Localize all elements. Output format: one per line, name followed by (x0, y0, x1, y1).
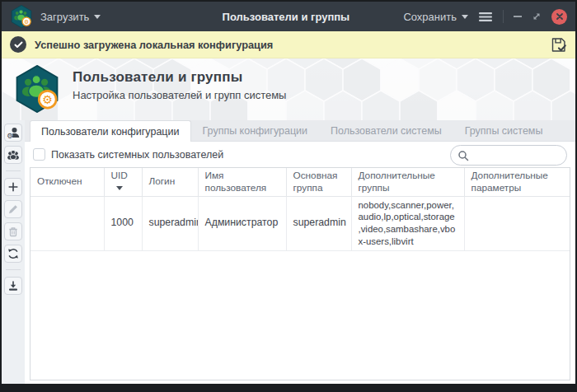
add-user-button[interactable] (4, 178, 22, 196)
refresh-button[interactable] (4, 245, 22, 263)
users-panel: Показать системных пользователей (25, 142, 575, 384)
tab-system-groups[interactable]: Группы системы (453, 120, 555, 141)
col-additional-params[interactable]: Дополнительные параметры (464, 168, 570, 196)
minimize-icon (514, 16, 522, 17)
notification-message: Успешно загружена локальная конфигурация (35, 39, 273, 51)
success-check-icon (10, 36, 26, 53)
table-row[interactable]: 1000 superadmin Администратор superadmin… (30, 196, 570, 250)
load-button-label: Загрузить (40, 11, 89, 23)
svg-text:⚙: ⚙ (24, 19, 29, 25)
menu-button[interactable] (478, 12, 493, 22)
app-logo-icon: ⚙ (10, 5, 33, 28)
cell-disabled (30, 196, 104, 250)
page-title: Пользователи и группы (73, 69, 286, 86)
download-icon (7, 279, 20, 292)
col-primary-group[interactable]: Основная группа (286, 168, 351, 196)
user-groups-icon (7, 148, 20, 161)
tab-system-users[interactable]: Пользователи системы (319, 120, 453, 141)
col-additional-groups[interactable]: Дополнительные группы (351, 168, 464, 196)
load-button[interactable]: Загрузить (40, 11, 101, 23)
cell-primary-group: superadmin (286, 196, 351, 250)
hamburger-icon (478, 12, 493, 22)
save-config-button[interactable] (550, 36, 567, 54)
tab-config-users[interactable]: Пользователи конфигурации (30, 120, 191, 142)
search-input[interactable] (473, 150, 560, 161)
notification-bar: Успешно загружена локальная конфигурация (2, 31, 575, 58)
chevron-down-icon (94, 15, 101, 19)
delete-user-button[interactable] (4, 222, 22, 240)
app-window: ⚙ Загрузить Пользователи и группы Сохран… (0, 0, 577, 392)
search-icon (457, 150, 469, 161)
tab-bar: Пользователи конфигурации Группы конфигу… (25, 120, 575, 142)
download-button[interactable] (4, 277, 22, 295)
search-box[interactable] (450, 145, 567, 166)
users-table: Отключен UID Логин Имя пользователя Осно… (30, 167, 570, 380)
save-button[interactable]: Сохранить (403, 11, 468, 23)
cell-login: superadmin (142, 196, 198, 250)
sort-desc-icon (116, 186, 123, 190)
content-area: Пользователи конфигурации Группы конфигу… (25, 120, 575, 384)
close-button[interactable] (551, 9, 567, 25)
main-area: ⚙ (2, 120, 575, 384)
checkbox-label: Показать системных пользователей (51, 149, 223, 161)
trash-icon (7, 225, 20, 238)
sidebar-separator (6, 170, 21, 171)
show-system-users-toggle[interactable]: Показать системных пользователей (33, 148, 223, 161)
page-header: ⚙ Пользователи и группы Настройка пользо… (2, 58, 575, 120)
save-button-label: Сохранить (403, 11, 457, 23)
checkbox[interactable] (33, 148, 45, 161)
sidebar-separator (6, 269, 21, 270)
svg-text:⚙: ⚙ (7, 132, 13, 139)
titlebar-separator (503, 10, 504, 23)
users-mode-button[interactable]: ⚙ (4, 124, 22, 142)
groups-mode-button[interactable] (4, 146, 22, 164)
page-subtitle: Настройка пользователей и групп системы (73, 89, 286, 101)
table-header-row: Отключен UID Логин Имя пользователя Осно… (30, 168, 570, 196)
minimize-button[interactable] (514, 16, 522, 17)
sidebar-toolbar: ⚙ (2, 120, 25, 384)
pencil-icon (7, 203, 20, 216)
cell-additional-groups: nobody,scanner,power,audio,lp,optical,st… (351, 196, 464, 250)
user-settings-icon: ⚙ (7, 126, 20, 139)
col-uid[interactable]: UID (104, 168, 142, 196)
titlebar: ⚙ Загрузить Пользователи и группы Сохран… (2, 2, 575, 31)
floppy-check-icon (550, 36, 567, 54)
col-login[interactable]: Логин (142, 168, 198, 196)
col-disabled[interactable]: Отключен (30, 168, 104, 196)
restore-icon (532, 12, 542, 21)
plus-icon (7, 180, 20, 194)
refresh-icon (7, 247, 20, 260)
svg-text:⚙: ⚙ (42, 93, 53, 106)
col-name[interactable]: Имя пользователя (198, 168, 286, 196)
close-icon (556, 12, 564, 21)
titlebar-controls: Сохранить (403, 9, 567, 25)
cell-additional-params (464, 196, 570, 250)
cell-name: Администратор (198, 196, 286, 250)
restore-button[interactable] (532, 12, 542, 21)
header-text: Пользователи и группы Настройка пользова… (73, 69, 286, 101)
chevron-down-icon (462, 15, 468, 19)
window-title: Пользователи и группы (223, 11, 350, 23)
users-groups-icon: ⚙ (13, 65, 61, 113)
cell-uid: 1000 (104, 196, 142, 250)
tab-config-groups[interactable]: Группы конфигурации (191, 120, 320, 141)
edit-user-button[interactable] (4, 200, 22, 218)
